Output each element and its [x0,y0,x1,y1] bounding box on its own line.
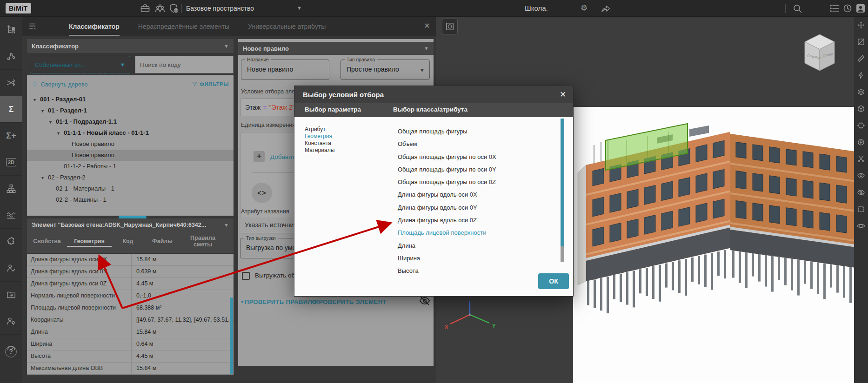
section-plane-tool[interactable] [854,33,868,50]
caret-down-icon[interactable]: ▾ [41,106,48,116]
share-icon[interactable] [600,3,611,14]
modal-scrollbar-track[interactable] [561,246,564,262]
caret-down-icon[interactable]: ▾ [33,94,40,105]
hide-preview-icon[interactable] [419,295,431,307]
user-location-tool[interactable] [0,308,22,335]
hide-elements-tool[interactable] [854,184,868,201]
briefcase-icon[interactable] [140,3,151,14]
tree-item[interactable]: 02-2 - Машины - 1 [27,194,234,205]
code-search-input[interactable] [135,56,234,73]
caret-down-icon[interactable]: ▾ [57,128,64,139]
table-row[interactable]: Нормаль лицевой поверхности0,-1,0 [27,290,234,302]
tree-item[interactable]: ▾01-1 - Подраздел-1.1 [27,116,234,127]
attribute-item[interactable]: Общая площадь фигуры [398,125,496,138]
attribute-item[interactable]: Длина фигуры вдоль оси 0Z [398,214,496,226]
close-icon[interactable]: ✕ [557,89,568,100]
tree-item[interactable]: ▾02 - Раздел-2 [27,172,234,183]
measure-tool[interactable] [854,50,868,67]
collapse-tree-label[interactable]: Свернуть дерево [41,81,87,88]
search-icon[interactable] [792,3,803,14]
mapping-tool[interactable] [0,70,22,96]
table-row[interactable]: Площадь лицевой поверхности68.388 м² [27,302,234,314]
tree-item[interactable]: 02-1 - Материалы - 1 [27,183,234,194]
tree-item[interactable]: ▾01 - Раздел-1 [27,105,234,116]
caret-down-icon[interactable]: ▾ [49,117,56,127]
panel-menu-icon[interactable] [28,21,38,32]
orgchart-tool[interactable] [0,176,22,202]
plugins-tool[interactable] [0,229,22,255]
tree-item[interactable]: 01-1-2 - Работы - 1 [27,161,234,172]
attribute-item[interactable]: Длина фигуры вдоль оси 0X [398,188,496,201]
parameter-item[interactable]: Материалы [305,147,334,154]
attribute-item[interactable]: Длина фигуры вдоль оси 0Y [398,201,496,214]
estimate-tool[interactable]: Σ [0,96,22,123]
tree-item[interactable]: Новое правило [27,139,234,150]
2d-view-tool[interactable]: 2D [0,149,22,176]
layers-tool[interactable] [854,84,868,100]
locate-tool[interactable] [854,117,868,134]
orbit-tool[interactable] [854,218,868,234]
help-button[interactable]: ? [5,346,17,357]
classifier-section-header[interactable]: Классификатор ▼ [27,39,234,53]
tab-3[interactable]: Универсальные атрибуты [248,17,326,36]
view-cube[interactable]: Спереди Слева [801,33,838,75]
export-checkbox[interactable] [242,272,250,280]
attribute-item[interactable]: Ширина [398,252,496,264]
parameter-item[interactable]: Константа [305,140,334,147]
element-tab-2[interactable]: Геометрия [67,238,112,247]
table-row[interactable]: Длина фигуры вдоль оси 0Z4.45 м [27,278,234,290]
element-tab-1[interactable]: Свойства [27,238,67,247]
section-cut-tool[interactable] [854,151,868,167]
modal-scrollbar[interactable] [561,119,564,246]
quick-actions-tool[interactable] [854,67,868,84]
table-row[interactable]: Ширина0.64 м [27,338,234,350]
element-header-select[interactable]: Элемент "Базовая стена:ADSK_Наружная_Кир… [27,218,234,231]
attribute-item[interactable]: Длина [398,239,496,252]
table-row[interactable]: Длина фигуры вдоль оси 0Y0.639 м [27,266,234,278]
attribute-item[interactable]: Общая площадь фигуры по оси 0Z [398,176,496,188]
avatar-icon[interactable] [855,3,866,14]
ok-button[interactable]: ОК [538,273,569,289]
visibility-tool[interactable] [854,167,868,184]
table-row[interactable]: Координаты[[49.67, 37.67, 11.32], [49.67… [27,314,234,326]
parameter-item[interactable]: Геометрия [305,133,334,140]
element-tab-4[interactable]: Файлы [144,238,180,247]
probe-tool[interactable] [854,134,868,151]
catalog-select[interactable]: Собственный кл... ▼ [30,56,130,73]
history-clock-icon[interactable] [842,3,853,14]
filters-button[interactable]: ФИЛЬТРЫ [192,81,229,87]
table-row[interactable]: Высота4.45 м [27,350,234,363]
check-element-button[interactable]: •ПРОВЕРИТЬ ЭЛЕМЕНТ [311,297,387,305]
table-row[interactable]: Длина15.84 м [27,326,234,338]
shared-folder-tool[interactable] [0,282,22,308]
viewport-capture-button[interactable] [442,19,458,34]
team-icon[interactable] [154,3,166,14]
check-rule-button[interactable]: •ПРОВЕРИТЬ ПРАВИЛО [241,297,317,305]
pan-tool[interactable] [854,17,868,33]
caret-down-icon[interactable]: ▾ [41,172,48,183]
structure-tree-tool[interactable] [0,17,22,43]
approvals-tool[interactable] [0,255,22,282]
chevron-down-icon[interactable]: ▼ [297,0,302,17]
workspace-selector[interactable]: Базовое пространство [186,0,254,17]
tab-1[interactable]: Классификатор [69,17,120,36]
element-tab-3[interactable]: Код [112,238,144,247]
attribute-item[interactable]: Общая площадь фигуры по оси 0Y [398,163,496,176]
selection-frame-tool[interactable] [854,201,868,218]
attribute-item[interactable]: Общая площадь фигуры по оси 0X [398,151,496,163]
tab-2[interactable]: Нераспределённые элементы [138,17,229,36]
rule-section-header[interactable]: Новое правило ▼ [238,42,434,55]
tree-item[interactable]: ▾001 - Раздел-01 [27,94,234,105]
close-panel-icon[interactable]: ✕ [421,20,433,32]
attribute-item[interactable]: Объем [398,138,496,150]
tree-item[interactable]: Новое правило [27,150,234,161]
rule-name-field[interactable]: Название Новое правило [241,59,329,80]
element-tab-5[interactable]: Правила сметы [180,235,225,251]
attribute-item[interactable]: Высота [398,264,496,277]
estimate-add-tool[interactable]: Σ+ [0,123,22,149]
rule-type-field[interactable]: Тип правила Простое правило ▼ [341,59,430,80]
relations-tool[interactable] [0,43,22,70]
tree-item[interactable]: ▾01-1-1 - Новый класс - 01-1-1 [27,127,234,139]
list-menu-icon[interactable] [829,3,840,14]
code-mode-toggle[interactable]: <> [252,183,272,203]
